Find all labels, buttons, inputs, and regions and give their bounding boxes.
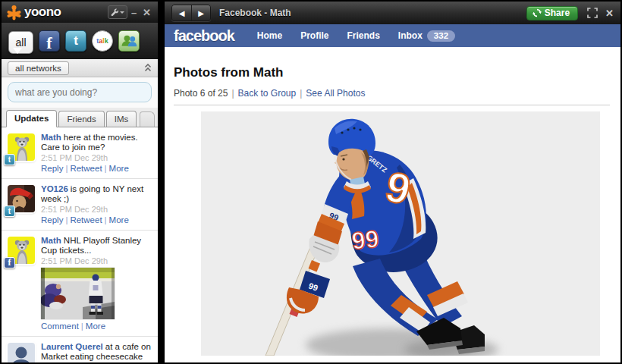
reply-link[interactable]: Reply (41, 215, 63, 224)
feed-timestamp: 2:51 PM Dec 29th (41, 256, 153, 265)
feed-author-link[interactable]: YO126 (41, 184, 68, 193)
avatar-default-silhouette (8, 343, 35, 362)
wrench-caret-icon (120, 11, 124, 14)
updates-feed: t Mathhere at the movies. Care to join m… (2, 127, 158, 362)
close-panel-button[interactable]: ✕ (605, 8, 614, 19)
feed-actions: Comment|More (41, 322, 153, 331)
minimize-button[interactable]: – (127, 7, 140, 18)
messenger-people-icon (120, 32, 138, 50)
feed-actions: Reply|Retweet|More (41, 164, 153, 174)
nav-profile[interactable]: Profile (300, 30, 328, 41)
separator: | (65, 164, 68, 173)
comment-link[interactable]: Comment (41, 322, 79, 331)
talk-letter: k (105, 37, 108, 45)
browser-title: Facebook - Math (219, 8, 291, 18)
yoono-titlebar: yoono – ✕ (2, 2, 158, 23)
twitter-badge-icon: t (4, 154, 15, 165)
nav-inbox[interactable]: Inbox 332 (398, 30, 455, 42)
back-button[interactable]: ◀ (172, 5, 191, 20)
feed-message: YO126is going to NY next week ;) (41, 184, 152, 204)
nav-home[interactable]: Home (257, 30, 282, 41)
feed-message: Mathhere at the movies. Care to join me? (41, 133, 152, 152)
back-to-group-link[interactable]: Back to Group (238, 88, 297, 99)
page-title: Photos from Math (174, 65, 610, 80)
tab-updates[interactable]: Updates (6, 110, 57, 127)
feed-message: MathNHL Playoff Stanley Cup tickets... (41, 236, 152, 256)
facebook-logo[interactable]: facebook (174, 27, 234, 45)
more-link[interactable]: More (86, 322, 105, 331)
nav-friends[interactable]: Friends (347, 30, 380, 41)
separator: | (65, 215, 68, 224)
twitter-badge-icon: t (4, 206, 15, 217)
inbox-count-badge: 332 (427, 30, 455, 42)
yoono-logo-text: yoono (24, 5, 61, 20)
twitter-network-icon[interactable]: t (65, 30, 86, 52)
messenger-network-icon[interactable] (118, 30, 140, 52)
divider (174, 105, 610, 105)
feed-item: f Laurent Querelat a cafe on Market eati… (2, 337, 158, 362)
feed-item: t Mathhere at the movies. Care to join m… (2, 127, 158, 179)
facebook-browser-panel: ◀ ▶ Facebook - Math Share ✕ facebook Hom… (165, 2, 620, 362)
status-input[interactable] (8, 82, 152, 102)
hockey-player-image: 9 GRETZ 99 99 99 (201, 111, 600, 356)
see-all-photos-link[interactable]: See All Photos (306, 88, 365, 99)
tab-ims[interactable]: IMs (106, 111, 137, 127)
settings-wrench-button[interactable] (108, 5, 127, 19)
expand-window-icon[interactable] (587, 8, 598, 18)
separator: | (105, 215, 107, 224)
share-arrows-icon (532, 8, 542, 17)
retweet-link[interactable]: Retweet (70, 164, 102, 173)
feed-timestamp: 2:51 PM Dec 29th (41, 153, 153, 162)
feed-author-link[interactable]: Math (41, 133, 61, 142)
feed-item: t YO126is going to NY next week ;) 2:51 … (2, 179, 158, 231)
avatar[interactable] (8, 343, 35, 362)
feed-message: Laurent Querelat a cafe on Market eating… (41, 342, 152, 362)
separator: | (81, 322, 83, 331)
photo-meta-row: Photo 6 of 25|Back to Group|See All Phot… (174, 88, 610, 99)
more-link[interactable]: More (109, 215, 129, 224)
facebook-navbar: facebook Home Profile Friends Inbox 332 (165, 24, 620, 47)
wrench-icon (111, 8, 119, 17)
feed-author-link[interactable]: Math (41, 236, 61, 245)
svg-text:99: 99 (350, 224, 380, 255)
inbox-label: Inbox (398, 30, 423, 41)
share-label: Share (545, 8, 570, 18)
feed-item: f MathNHL Playoff Stanley Cup tickets...… (2, 231, 158, 337)
feed-timestamp: 2:51 PM Dec 29th (41, 205, 153, 214)
yoono-logo: yoono (6, 5, 61, 20)
separator: | (231, 88, 234, 99)
yoono-logo-icon (6, 5, 22, 20)
tab-strip-filler (140, 111, 155, 127)
collapse-chevron-icon[interactable] (144, 64, 152, 72)
facebook-content: Photos from Math Photo 6 of 25|Back to G… (165, 47, 620, 356)
composer-area (2, 77, 158, 108)
facebook-network-icon[interactable]: f (39, 30, 60, 52)
separator: | (105, 164, 107, 173)
gtalk-network-icon[interactable]: talk (92, 30, 113, 52)
feed-tabs: Updates Friends IMs (2, 108, 158, 127)
forward-button[interactable]: ▶ (191, 5, 210, 20)
photo-hockey-player[interactable]: 9 GRETZ 99 99 99 (201, 111, 600, 356)
hockey-video-still (41, 268, 115, 319)
tab-friends[interactable]: Friends (58, 111, 104, 127)
feed-actions: Reply|Retweet|More (41, 215, 153, 225)
browser-titlebar: ◀ ▶ Facebook - Math Share ✕ (165, 2, 620, 24)
history-buttons: ◀ ▶ (171, 5, 211, 21)
all-networks-bubble[interactable]: all (8, 31, 33, 54)
network-switcher: all f t talk (2, 23, 158, 59)
retweet-link[interactable]: Retweet (70, 215, 102, 224)
video-thumbnail[interactable] (41, 268, 115, 319)
facebook-badge-icon: f (4, 257, 15, 268)
yoono-sidebar: yoono – ✕ all f t talk all networks (2, 2, 158, 362)
photo-position: Photo 6 of 25 (174, 88, 228, 99)
reply-link[interactable]: Reply (41, 164, 63, 173)
more-link[interactable]: More (109, 164, 129, 173)
filter-bar: all networks (2, 59, 158, 77)
share-button[interactable]: Share (526, 6, 578, 20)
feed-author-link[interactable]: Laurent Querel (41, 342, 103, 351)
close-button[interactable]: ✕ (140, 7, 153, 18)
all-networks-filter-button[interactable]: all networks (8, 61, 69, 75)
separator: | (300, 88, 302, 99)
